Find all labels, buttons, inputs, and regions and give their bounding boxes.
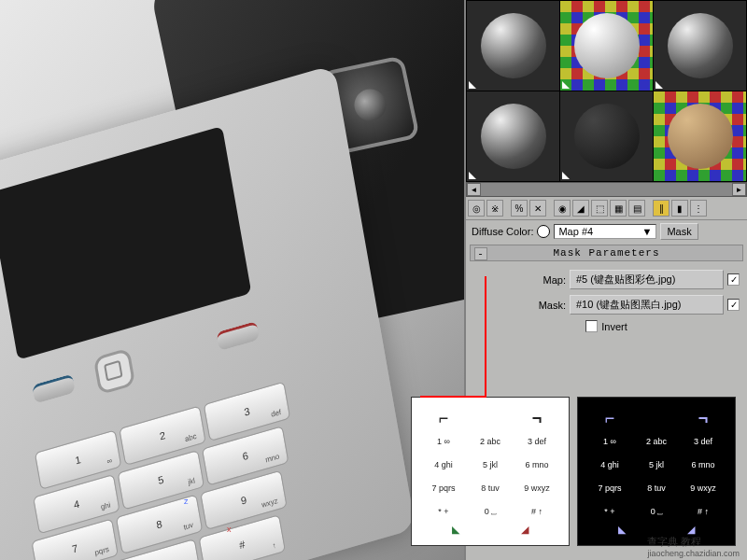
material-slot-5[interactable] (560, 91, 653, 181)
tool-show-map[interactable]: ◉ (554, 200, 571, 217)
material-slot-3[interactable] (654, 1, 746, 91)
scroll-right-button[interactable]: ► (732, 183, 746, 196)
mask-parameters-body: Map: #5 (键盘贴图彩色.jpg) Mask: #10 (键盘贴图黑白.j… (466, 263, 747, 339)
tool-go-forward[interactable]: ▮ (671, 200, 688, 217)
softkey-left (32, 373, 76, 403)
material-scrollbar[interactable]: ◄ ► (466, 182, 747, 197)
map-name-dropdown[interactable]: Map #4▼ (554, 224, 656, 239)
nav-center-key (93, 348, 135, 396)
mask-label: Mask: (529, 300, 566, 311)
material-slot-6[interactable] (654, 91, 746, 181)
diffuse-label: Diffuse Color: (472, 226, 533, 237)
bracket-tr: ¬ (514, 409, 559, 428)
tool-delete[interactable]: ✕ (529, 200, 546, 217)
wing-icons: ◣◢ (421, 524, 559, 536)
3d-viewport[interactable]: 1∞ 2abc 3def 4ghi 5jkl 6mno 7pqrs 8tuv 9… (0, 0, 464, 560)
bracket-tr-mask: ¬ (681, 409, 726, 428)
bracket-tl-mask: ⌐ (587, 409, 632, 428)
mask-parameters-rollout[interactable]: Mask Parameters (470, 245, 743, 261)
material-sample-grid (466, 0, 747, 182)
invert-checkbox[interactable] (585, 320, 598, 332)
material-toolbar: ◎ ※ % ✕ ◉ ◢ ⬚ ▦ ▤ ‖ ▮ ⋮ (466, 197, 747, 220)
tool-options[interactable]: ⬚ (591, 200, 608, 217)
tool-put-library[interactable]: ▤ (628, 200, 645, 217)
material-slot-2[interactable] (560, 1, 653, 91)
bracket-tl: ⌐ (421, 409, 466, 428)
tool-make-unique[interactable]: ▦ (610, 200, 627, 217)
map-enable-checkbox[interactable] (727, 273, 740, 286)
tool-get-material[interactable]: ◎ (468, 200, 485, 217)
mask-type-button[interactable]: Mask (660, 223, 698, 240)
annotation-line-horizontal (420, 396, 486, 398)
pick-icon[interactable] (537, 225, 550, 238)
scroll-left-button[interactable]: ◄ (467, 183, 481, 196)
tool-show-end[interactable]: ◢ (572, 200, 589, 217)
map-slot-button[interactable]: #5 (键盘贴图彩色.jpg) (570, 270, 724, 289)
watermark: 查字典 教程 jiaocheng.chazidian.com (647, 535, 740, 558)
map-label: Map: (529, 274, 566, 286)
tool-sibling[interactable]: ⋮ (690, 200, 707, 217)
tool-put-material[interactable]: ※ (486, 200, 503, 217)
tool-go-parent[interactable]: ‖ (653, 200, 669, 217)
tool-assign[interactable]: % (511, 200, 528, 217)
material-slot-4[interactable] (467, 91, 559, 181)
material-slot-1[interactable] (467, 1, 559, 91)
diffuse-color-row: Diffuse Color: Map #4▼ Mask (466, 220, 747, 243)
texture-preview-mask: ⌐¬ 1 ∞2 abc3 def 4 ghi5 jkl6 mno 7 pqrs8… (577, 397, 736, 546)
invert-label: Invert (601, 321, 627, 332)
annotation-line-vertical (485, 276, 486, 398)
mask-slot-button[interactable]: #10 (键盘贴图黑白.jpg) (570, 295, 724, 315)
chevron-down-icon: ▼ (642, 226, 653, 237)
texture-preview-color: ⌐¬ 1 ∞2 abc3 def 4 ghi5 jkl6 mno 7 pqrs8… (411, 397, 570, 546)
mask-enable-checkbox[interactable] (727, 299, 740, 311)
